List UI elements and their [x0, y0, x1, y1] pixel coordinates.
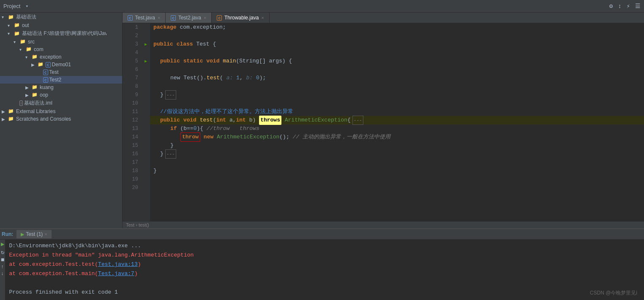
folder-icon: 📁 — [19, 39, 26, 45]
project-label: Project — [3, 3, 20, 9]
arrow-line-5[interactable]: ▶ — [142, 57, 150, 65]
code-line-4 — [150, 49, 644, 57]
arrow-line-20 — [142, 184, 150, 192]
run-button[interactable]: ▶ — [1, 241, 4, 248]
iml-icon: i — [19, 100, 23, 106]
sidebar-item-base-folder[interactable]: ▾ 📁 基础语法 F:\班级管理\网课班\代码\JavaSE\... — [0, 29, 122, 38]
sidebar-item-iml[interactable]: i 基础语法.iml — [0, 99, 122, 108]
sidebar-label: com — [34, 46, 44, 52]
toolbar-icon-1[interactable]: ⚙ — [609, 3, 613, 10]
arrow-icon: ▶ — [31, 62, 37, 67]
folder-icon: 📁 — [8, 116, 14, 122]
fold-icon-9[interactable]: --- — [165, 90, 176, 100]
sidebar-item-com[interactable]: ▾ 📁 com — [0, 46, 122, 53]
sidebar-label: Scratches and Consoles — [16, 116, 71, 122]
arrow-line-13 — [142, 124, 150, 133]
arrow-line-1 — [142, 23, 150, 32]
console-tab-test[interactable]: ▶ Test (1) × — [16, 230, 51, 238]
console-line-4: at com.exception.Test.main(Test.java:7) — [9, 269, 641, 278]
console-after-4: ) — [134, 270, 138, 277]
console-tabs: Run: ▶ Test (1) × — [0, 229, 644, 240]
sidebar-item-scratches[interactable]: ▶ 📁 Scratches and Consoles — [0, 115, 122, 123]
close-icon[interactable]: × — [204, 15, 206, 20]
java-icon: c — [46, 62, 51, 68]
fold-icon-16[interactable]: --- — [165, 149, 176, 159]
csdn-watermark: CSDN @今晚梦里见i — [590, 289, 637, 297]
sidebar: ▾ 📁 基础语法 ▾ 📁 out ▾ 📁 基础语法 F:\班级管理\网课班\代码… — [0, 13, 123, 228]
tab-throwable[interactable]: c Throwable.java × — [212, 13, 269, 23]
sidebar-item-test[interactable]: c Test — [0, 68, 122, 76]
code-line-16: } --- — [150, 150, 644, 158]
breadcrumb-text: Test › test() — [126, 222, 149, 227]
run-label: Run: — [2, 231, 13, 237]
code-line-14: throw new ArithmeticException(); // 主动的抛… — [150, 133, 644, 141]
console-link-4[interactable]: Test.java:7 — [98, 270, 134, 277]
code-line-8 — [150, 82, 644, 91]
close-icon[interactable]: × — [261, 15, 264, 20]
folder-icon: 📁 — [8, 108, 14, 114]
code-line-1: package com.exception; — [150, 23, 644, 32]
sidebar-item-kuang[interactable]: ▶ 📁 kuang — [0, 84, 122, 91]
tab-throwable-icon: c — [217, 15, 222, 21]
fold-icon-12[interactable]: --- — [352, 116, 363, 125]
code-line-11: //假设这方法中，处理不了这个异常。方法上抛出异常 — [150, 108, 644, 116]
folder-icon: 📁 — [14, 31, 20, 37]
sidebar-item-exception[interactable]: ▾ 📁 exception — [0, 53, 122, 61]
console-line-5 — [9, 278, 641, 288]
line-numbers: 1 2 3 4 5 6 7 8 9 10 11 12 13 14 15 16 1 — [123, 23, 142, 221]
sidebar-item-external-libraries[interactable]: ▶ 📁 External Libraries — [0, 108, 122, 115]
console-link-3[interactable]: Test.java:13 — [98, 261, 138, 268]
console-area: Run: ▶ Test (1) × ▶ ↻ ■ ↑ ↓ D:\Environme… — [0, 228, 644, 300]
run-icon: ▶ — [21, 232, 24, 237]
arrow-line-18 — [142, 167, 150, 175]
toolbar-icon-2[interactable]: ↕ — [618, 3, 621, 10]
tab-java-icon: c — [128, 15, 133, 21]
arrow-line-11 — [142, 108, 150, 116]
arrow-icon: ▾ — [14, 40, 19, 44]
stop-button[interactable]: ■ — [1, 257, 4, 263]
project-dropdown-icon[interactable]: ▾ — [25, 3, 28, 9]
toolbar-icon-4[interactable]: ☰ — [635, 3, 641, 10]
arrow-line-7 — [142, 74, 150, 82]
arrow-icon: ▶ — [2, 117, 8, 122]
sidebar-item-demo01[interactable]: ▶ 📁 c Demo01 — [0, 61, 122, 68]
java-icon: c — [43, 70, 48, 75]
console-line-2: Exception in thread "main" java.lang.Ari… — [9, 251, 641, 260]
sidebar-item-基础语法[interactable]: ▾ 📁 基础语法 — [0, 13, 122, 22]
arrow-line-2 — [142, 32, 150, 40]
code-line-13: if (b==0){ //throw throws — [150, 124, 644, 133]
tab-label: Test.java — [135, 15, 155, 21]
throws-highlight: throws — [259, 116, 281, 125]
tab-test2[interactable]: c Test2.java × — [166, 13, 212, 23]
sidebar-item-oop[interactable]: ▶ 📁 oop — [0, 91, 122, 99]
line-arrows-column: ▶ ▶ — [142, 23, 150, 221]
tab-test[interactable]: c Test.java × — [123, 13, 166, 23]
rerun-button[interactable]: ↻ — [1, 249, 4, 256]
close-tab-icon[interactable]: × — [44, 232, 47, 237]
close-icon[interactable]: × — [158, 15, 160, 20]
console-content-area: ▶ ↻ ■ ↑ ↓ D:\Environment\jdk8\jdk\bin\ja… — [0, 240, 644, 300]
console-side-icons: ▶ ↻ ■ ↑ ↓ — [0, 240, 5, 300]
sidebar-item-src[interactable]: ▾ 📁 src — [0, 38, 122, 46]
tab-label: Test2.java — [178, 15, 201, 21]
console-line-3: at com.exception.Test.test(Test.java:13) — [9, 260, 641, 269]
arrow-line-3[interactable]: ▶ — [142, 40, 150, 49]
code-line-15: } — [150, 141, 644, 150]
sidebar-label: src — [28, 39, 35, 45]
scroll-up-button[interactable]: ↑ — [1, 264, 4, 270]
console-indent-4: at com.exception.Test.main( — [9, 270, 98, 277]
arrow-line-9 — [142, 91, 150, 99]
console-after-3: ) — [138, 261, 141, 268]
toolbar-icon-3[interactable]: ⚡ — [627, 3, 630, 10]
sidebar-item-out[interactable]: ▾ 📁 out — [0, 22, 122, 29]
code-content[interactable]: package com.exception; public class Test… — [150, 23, 644, 221]
scroll-down-button[interactable]: ↓ — [1, 271, 4, 277]
throw-keyword: throw — [180, 132, 200, 142]
editor-area: c Test.java × c Test2.java × c Throwable… — [123, 13, 644, 228]
console-text-6: Process finished with exit code 1 — [9, 289, 117, 295]
arrow-icon: ▾ — [25, 55, 31, 59]
breadcrumb: Test › test() — [123, 221, 644, 228]
code-line-7: new Test().test( a: 1, b: 0); — [150, 74, 644, 82]
sidebar-item-test2[interactable]: c Test2 — [0, 76, 122, 84]
console-text-1: D:\Environment\jdk8\jdk\bin\java.exe ... — [9, 243, 141, 249]
